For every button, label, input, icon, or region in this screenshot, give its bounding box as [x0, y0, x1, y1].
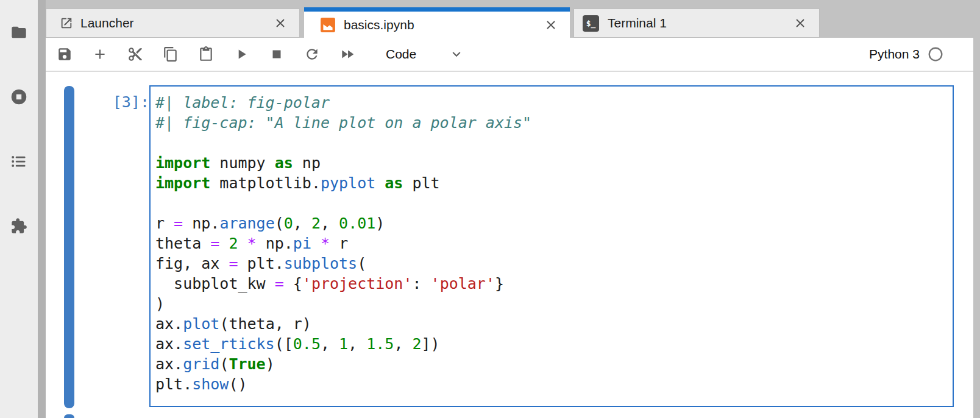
code-token: True — [229, 355, 265, 373]
notebook-panel: [3]: #| label: fig-polar#| fig-cap: "A l… — [46, 72, 973, 418]
code-line[interactable]: ax.grid(True) — [155, 354, 948, 374]
code-token: = — [210, 235, 219, 252]
kernel-idle-circle-icon — [928, 46, 943, 62]
code-token: = — [275, 275, 284, 292]
code-line[interactable]: import numpy as np — [155, 153, 948, 173]
code-token: 0 — [284, 214, 293, 232]
close-tab-button[interactable] — [543, 17, 559, 33]
kernel-name[interactable]: Python 3 — [869, 47, 920, 62]
code-token — [238, 235, 247, 252]
code-line[interactable]: subplot_kw = {'projection': 'polar'} — [155, 274, 948, 294]
code-line[interactable]: ) — [155, 294, 948, 314]
terminal-icon: $_ — [583, 15, 599, 32]
code-token: 0.5 — [293, 335, 321, 353]
code-token: subplot_kw — [155, 275, 275, 292]
launcher-icon — [60, 16, 73, 30]
restart-run-all-button[interactable] — [330, 41, 365, 68]
close-icon — [793, 16, 808, 30]
play-icon — [233, 46, 249, 62]
code-token — [219, 235, 229, 252]
code-token: #| label: fig-polar — [155, 94, 330, 112]
next-cell-collapser[interactable] — [64, 414, 74, 418]
tab-basics-ipynb[interactable]: basics.ipynb — [304, 7, 570, 38]
copy-cells-button[interactable] — [153, 41, 188, 68]
code-line[interactable] — [155, 193, 948, 213]
code-line[interactable]: ax.plot(theta, r) — [155, 314, 948, 334]
folder-icon — [10, 24, 27, 41]
tab-label: Launcher — [80, 16, 134, 30]
restart-kernel-button[interactable] — [294, 41, 330, 68]
code-token: as — [385, 174, 403, 192]
code-token: subplots — [284, 255, 357, 272]
code-token: , — [321, 335, 339, 353]
sidebar-item-file-browser[interactable] — [10, 23, 28, 41]
tab-terminal-1[interactable]: $_ Terminal 1 — [573, 9, 820, 38]
code-token: arange — [219, 214, 274, 232]
close-icon — [273, 16, 288, 30]
execution-count-prompt: [3]: — [79, 92, 149, 112]
stop-icon — [269, 46, 285, 62]
code-line[interactable]: plt.show() — [155, 374, 948, 394]
code-token: 2 — [311, 214, 321, 232]
code-cell-editor[interactable]: #| label: fig-polar#| fig-cap: "A line p… — [149, 85, 954, 407]
cut-cells-button[interactable] — [118, 41, 153, 68]
code-token: ) — [155, 295, 165, 313]
code-token: grid — [183, 355, 219, 373]
code-token: () — [229, 375, 247, 393]
code-token: 1.5 — [366, 335, 394, 353]
clipboard-icon — [198, 46, 214, 62]
code-line[interactable]: fig, ax = plt.subplots( — [155, 253, 948, 274]
cell-collapser[interactable] — [64, 86, 74, 408]
code-token: np — [293, 154, 321, 172]
code-area: #| label: fig-polar#| fig-cap: "A line p… — [155, 93, 948, 394]
close-tab-button[interactable] — [792, 15, 808, 31]
tab-label: basics.ipynb — [344, 18, 414, 32]
run-cell-button[interactable] — [224, 41, 259, 68]
list-icon — [10, 153, 27, 170]
tab-label: Terminal 1 — [608, 16, 667, 30]
code-token: ]) — [422, 335, 440, 353]
code-line[interactable] — [155, 133, 948, 153]
code-token: theta — [155, 235, 210, 252]
close-tab-button[interactable] — [272, 15, 288, 31]
code-token: ( — [357, 255, 366, 272]
insert-cell-button[interactable] — [82, 41, 118, 68]
code-line[interactable]: #| label: fig-polar — [155, 93, 948, 113]
interrupt-kernel-button[interactable] — [259, 41, 294, 68]
code-token: set_rticks — [183, 335, 275, 353]
paste-cells-button[interactable] — [188, 41, 224, 68]
stop-circle-icon — [10, 88, 27, 105]
sidebar-item-running-sessions[interactable] — [10, 88, 28, 106]
code-token: ) — [375, 214, 385, 232]
code-line[interactable]: r = np.arange(0, 2, 0.01) — [155, 213, 948, 233]
code-token: show — [192, 375, 229, 393]
notebook-icon — [320, 17, 336, 33]
sidebar-divider — [38, 0, 46, 418]
save-button[interactable] — [47, 41, 82, 68]
code-line[interactable]: import matplotlib.pyplot as plt — [155, 173, 948, 193]
code-line[interactable]: #| fig-cap: "A line plot on a polar axis… — [155, 113, 948, 133]
sidebar-item-extensions[interactable] — [10, 217, 28, 235]
sidebar-item-table-of-contents[interactable] — [10, 152, 28, 171]
code-line[interactable]: theta = 2 * np.pi * r — [155, 233, 948, 253]
code-token: plot — [183, 315, 219, 333]
code-line[interactable]: ax.set_rticks([0.5, 1, 1.5, 2]) — [155, 334, 948, 354]
puzzle-icon — [10, 218, 27, 235]
code-token: fig, ax — [155, 255, 229, 272]
code-token: 2 — [229, 235, 238, 252]
code-token: * — [247, 235, 257, 252]
code-token: ( — [275, 214, 284, 232]
code-token: as — [275, 154, 293, 172]
code-token: , — [394, 335, 412, 353]
activity-sidebar — [0, 0, 38, 418]
code-token: r — [155, 214, 174, 232]
tab-launcher[interactable]: Launcher — [46, 9, 300, 38]
code-token: plt. — [238, 255, 283, 272]
cell-type-value: Code — [386, 47, 416, 62]
code-token: ([ — [275, 335, 293, 353]
code-token: ax. — [155, 355, 183, 373]
code-token: pyplot — [321, 174, 375, 192]
cell-type-select[interactable]: Code — [386, 46, 464, 62]
code-token: np. — [183, 214, 219, 232]
chevron-down-icon — [449, 46, 464, 62]
